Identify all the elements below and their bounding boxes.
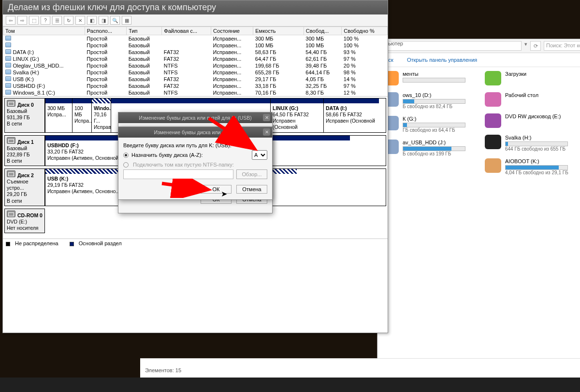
list-icon[interactable]: ☰ bbox=[52, 16, 62, 25]
disk-icon bbox=[7, 100, 15, 107]
zoom-icon[interactable]: 🔍 bbox=[110, 16, 120, 25]
layout-icon[interactable]: ▦ bbox=[122, 16, 131, 25]
page-title: Делаем из флешки ключ для доступа к комп… bbox=[3, 0, 388, 14]
table-row[interactable]: LINUX (G:)ПростойБазовыйFAT32Исправен...… bbox=[3, 56, 388, 62]
refresh-icon[interactable]: ⟳ bbox=[530, 41, 541, 51]
table-row[interactable]: ПростойБазовыйИсправен...300 МБ300 МБ100… bbox=[3, 35, 388, 42]
delete-icon[interactable]: ✕ bbox=[75, 16, 85, 25]
forward-icon[interactable]: ⇨ bbox=[17, 16, 27, 25]
link-control-panel[interactable]: Открыть панель управления bbox=[407, 57, 477, 63]
drive-item[interactable]: av_USB_HDD (J:)Б свободно из 199 ГБ bbox=[382, 140, 465, 156]
partition[interactable]: 100 МБИспра... bbox=[72, 98, 91, 132]
ok-button[interactable]: ОК bbox=[201, 185, 232, 194]
disk-label[interactable]: CD-ROM 0DVD (E:)Нет носителя bbox=[4, 209, 45, 233]
disk-label[interactable]: Диск 2Съемное устро...29,20 ГБВ сети bbox=[4, 168, 45, 206]
action1-icon[interactable]: ◧ bbox=[87, 16, 97, 25]
taskbar[interactable] bbox=[0, 378, 580, 392]
disk-icon bbox=[7, 170, 15, 177]
drive-icon bbox=[5, 70, 11, 74]
table-row[interactable]: ПростойБазовыйИсправен...100 МБ100 МБ100… bbox=[3, 42, 388, 49]
statusbar: Элементов: 15 bbox=[140, 358, 580, 378]
mount-path-field bbox=[123, 169, 233, 179]
table-row[interactable]: DATA (I:)ПростойБазовыйFAT32Исправен...5… bbox=[3, 49, 388, 56]
dialog-title: Изменение буквы диска или путe... bbox=[121, 129, 269, 135]
drive-item[interactable]: К (G:)ГБ свободно из 64,4 ГБ bbox=[382, 116, 465, 133]
dialog-prompt: Введите букву диска или путь для K: (USB… bbox=[123, 142, 267, 148]
table-row[interactable]: Svalka (H:)ПростойБазовыйNTFSИсправен...… bbox=[3, 69, 388, 76]
drive-icon bbox=[5, 63, 11, 68]
back-icon[interactable]: ⇦ bbox=[6, 16, 15, 25]
refresh-icon[interactable]: ↻ bbox=[64, 16, 73, 25]
radio-assign-letter[interactable] bbox=[123, 153, 129, 158]
drive-item[interactable]: Рабочий стол bbox=[485, 92, 568, 107]
dialog-title: Изменение буквы диска или путей для K: (… bbox=[121, 115, 269, 121]
table-row[interactable]: Windows_8.1 (C:)ПростойБазовыйNTFSИсправ… bbox=[3, 89, 388, 96]
explorer-title-fragment: ьютер bbox=[388, 41, 407, 48]
dialog-change-letter: Изменение буквы диска или путe... ✕ Введ… bbox=[118, 126, 273, 200]
close-icon[interactable]: ✕ bbox=[263, 128, 270, 136]
drive-icon bbox=[5, 42, 11, 47]
radio-mount-folder[interactable] bbox=[123, 162, 129, 168]
drive-item[interactable]: менты bbox=[382, 71, 465, 85]
up-icon[interactable]: ⬚ bbox=[29, 16, 39, 25]
table-header[interactable]: Том Располо... Тип Файловая с... Состоян… bbox=[3, 27, 388, 35]
drive-icon bbox=[485, 135, 501, 149]
help-icon[interactable]: ? bbox=[41, 16, 50, 25]
action2-icon[interactable]: ◨ bbox=[99, 16, 108, 25]
drive-icon bbox=[5, 36, 11, 41]
table-row[interactable]: USBHDD (F:)ПростойБазовыйFAT32Исправен..… bbox=[3, 83, 388, 89]
drive-item[interactable]: ows_10 (D:)Б свободно из 82,4 ГБ bbox=[382, 92, 465, 109]
drive-icon bbox=[5, 49, 11, 54]
disk-icon bbox=[7, 210, 15, 217]
explorer-window: ▾ ⟳ Поиск: Этот ко... диск Открыть панел… bbox=[377, 39, 580, 372]
explorer-toolbar: ▾ ⟳ Поиск: Этот ко... bbox=[377, 39, 580, 53]
browse-button: Обзор... bbox=[236, 169, 267, 179]
partition[interactable]: LINUX (G:)64,50 ГБ FAT32Исправен (Основн… bbox=[270, 98, 323, 132]
main-toolbar: ⇦ ⇨ ⬚ ? ☰ ↻ ✕ ◧ ◨ 🔍 ▦ bbox=[3, 14, 388, 27]
close-icon[interactable]: ✕ bbox=[263, 114, 270, 121]
drive-icon bbox=[5, 90, 11, 95]
table-row[interactable]: USB (K:)ПростойБазовыйFAT32Исправен...29… bbox=[3, 76, 388, 83]
drive-icon bbox=[485, 158, 501, 173]
disk-label[interactable]: Диск 0Базовый931,39 ГБВ сети bbox=[4, 98, 45, 133]
drive-icon bbox=[485, 71, 501, 85]
drive-icon bbox=[5, 56, 11, 61]
partition[interactable]: Windo...70,16 Г...Исправ... bbox=[91, 98, 111, 132]
drive-icon bbox=[5, 76, 11, 81]
drive-item[interactable]: AIOBOOT (K:)4,04 ГБ свободно из 29,1 ГБ bbox=[485, 158, 568, 175]
drive-icon bbox=[485, 113, 501, 128]
disk-icon bbox=[7, 137, 15, 144]
table-row[interactable]: Oleglav_USB_HDD...ПростойБазовыйNTFSИспр… bbox=[3, 62, 388, 69]
legend: Не распределена Основной раздел bbox=[3, 238, 388, 248]
explorer-linkbar: диск Открыть панель управления bbox=[377, 53, 580, 67]
drive-letter-select[interactable]: A bbox=[252, 150, 267, 160]
drive-item[interactable]: Svalka (H:)644 ГБ свободно из 655 ГБ bbox=[485, 135, 568, 152]
partition[interactable]: DATA (I:)58,66 ГБ FAT32Исправен (Основно… bbox=[323, 98, 379, 132]
volume-table[interactable]: Том Располо... Тип Файловая с... Состоян… bbox=[3, 27, 388, 96]
disk-label[interactable]: Диск 1Базовый232,89 ГБВ сети bbox=[4, 135, 45, 167]
cancel-button[interactable]: Отмена bbox=[236, 185, 267, 194]
drive-item[interactable]: Загрузки bbox=[485, 71, 568, 85]
drive-item[interactable]: DVD RW дисковод (E:) bbox=[485, 113, 568, 128]
search-input[interactable]: Поиск: Этот ко... bbox=[544, 41, 580, 51]
drive-icon bbox=[5, 83, 11, 88]
drive-icon bbox=[485, 92, 501, 107]
partition[interactable]: 300 МБИспра... bbox=[45, 98, 72, 132]
